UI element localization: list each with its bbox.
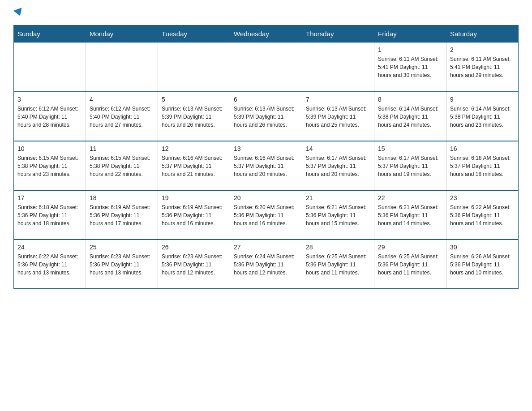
day-number: 16 — [450, 145, 515, 152]
day-number: 18 — [90, 194, 154, 201]
day-info: Sunrise: 6:13 AM Sunset: 5:39 PM Dayligh… — [234, 105, 298, 129]
calendar-header: SundayMondayTuesdayWednesdayThursdayFrid… — [14, 26, 519, 43]
day-cell: 25Sunrise: 6:23 AM Sunset: 5:36 PM Dayli… — [86, 240, 158, 289]
day-number: 15 — [378, 145, 442, 152]
day-cell — [14, 43, 86, 92]
day-number: 4 — [90, 96, 154, 103]
day-number: 19 — [162, 194, 226, 201]
day-cell: 1Sunrise: 6:11 AM Sunset: 5:41 PM Daylig… — [374, 43, 446, 92]
week-row-1: 3Sunrise: 6:12 AM Sunset: 5:40 PM Daylig… — [14, 92, 519, 141]
day-number: 12 — [162, 145, 226, 152]
day-number: 13 — [234, 145, 298, 152]
day-info: Sunrise: 6:19 AM Sunset: 5:36 PM Dayligh… — [90, 203, 154, 227]
day-cell: 18Sunrise: 6:19 AM Sunset: 5:36 PM Dayli… — [86, 190, 158, 240]
day-number: 8 — [378, 96, 442, 103]
logo-triangle-icon — [13, 8, 24, 17]
day-cell: 8Sunrise: 6:14 AM Sunset: 5:38 PM Daylig… — [374, 92, 446, 141]
day-info: Sunrise: 6:15 AM Sunset: 5:38 PM Dayligh… — [90, 154, 154, 178]
day-cell: 10Sunrise: 6:15 AM Sunset: 5:38 PM Dayli… — [14, 141, 86, 190]
day-number: 30 — [450, 244, 515, 251]
day-number: 5 — [162, 96, 226, 103]
day-info: Sunrise: 6:11 AM Sunset: 5:41 PM Dayligh… — [450, 55, 515, 79]
header-day-wednesday: Wednesday — [230, 26, 302, 43]
day-number: 29 — [378, 244, 442, 251]
day-number: 22 — [378, 194, 442, 201]
day-cell: 26Sunrise: 6:23 AM Sunset: 5:36 PM Dayli… — [158, 240, 230, 289]
day-info: Sunrise: 6:17 AM Sunset: 5:37 PM Dayligh… — [306, 154, 370, 178]
day-info: Sunrise: 6:22 AM Sunset: 5:36 PM Dayligh… — [17, 253, 82, 277]
day-number: 6 — [234, 96, 298, 103]
day-cell: 19Sunrise: 6:19 AM Sunset: 5:36 PM Dayli… — [158, 190, 230, 240]
day-cell — [302, 43, 374, 92]
week-row-0: 1Sunrise: 6:11 AM Sunset: 5:41 PM Daylig… — [14, 43, 519, 92]
day-info: Sunrise: 6:13 AM Sunset: 5:39 PM Dayligh… — [162, 105, 226, 129]
day-number: 25 — [90, 244, 154, 251]
day-info: Sunrise: 6:18 AM Sunset: 5:37 PM Dayligh… — [450, 154, 515, 178]
day-number: 10 — [17, 145, 82, 152]
day-number: 1 — [378, 46, 442, 53]
day-info: Sunrise: 6:14 AM Sunset: 5:38 PM Dayligh… — [450, 105, 515, 129]
day-number: 26 — [162, 244, 226, 251]
week-row-2: 10Sunrise: 6:15 AM Sunset: 5:38 PM Dayli… — [14, 141, 519, 190]
header-day-sunday: Sunday — [14, 26, 86, 43]
day-number: 2 — [450, 46, 515, 53]
day-info: Sunrise: 6:12 AM Sunset: 5:40 PM Dayligh… — [17, 105, 82, 129]
day-cell: 15Sunrise: 6:17 AM Sunset: 5:37 PM Dayli… — [374, 141, 446, 190]
day-info: Sunrise: 6:26 AM Sunset: 5:36 PM Dayligh… — [450, 253, 515, 277]
day-cell: 29Sunrise: 6:25 AM Sunset: 5:36 PM Dayli… — [374, 240, 446, 289]
day-number: 28 — [306, 244, 370, 251]
day-info: Sunrise: 6:25 AM Sunset: 5:36 PM Dayligh… — [306, 253, 370, 277]
day-number: 14 — [306, 145, 370, 152]
day-cell: 21Sunrise: 6:21 AM Sunset: 5:36 PM Dayli… — [302, 190, 374, 240]
day-info: Sunrise: 6:20 AM Sunset: 5:36 PM Dayligh… — [234, 203, 298, 227]
day-cell: 13Sunrise: 6:16 AM Sunset: 5:37 PM Dayli… — [230, 141, 302, 190]
day-cell: 7Sunrise: 6:13 AM Sunset: 5:39 PM Daylig… — [302, 92, 374, 141]
logo — [13, 9, 23, 18]
day-cell: 24Sunrise: 6:22 AM Sunset: 5:36 PM Dayli… — [14, 240, 86, 289]
day-number: 21 — [306, 194, 370, 201]
day-number: 9 — [450, 96, 515, 103]
day-cell: 30Sunrise: 6:26 AM Sunset: 5:36 PM Dayli… — [446, 240, 519, 289]
day-info: Sunrise: 6:22 AM Sunset: 5:36 PM Dayligh… — [450, 203, 515, 227]
day-cell: 28Sunrise: 6:25 AM Sunset: 5:36 PM Dayli… — [302, 240, 374, 289]
calendar-table: SundayMondayTuesdayWednesdayThursdayFrid… — [13, 25, 519, 289]
day-info: Sunrise: 6:13 AM Sunset: 5:39 PM Dayligh… — [306, 105, 370, 129]
day-cell: 16Sunrise: 6:18 AM Sunset: 5:37 PM Dayli… — [446, 141, 519, 190]
day-cell: 3Sunrise: 6:12 AM Sunset: 5:40 PM Daylig… — [14, 92, 86, 141]
header-day-thursday: Thursday — [302, 26, 374, 43]
day-info: Sunrise: 6:17 AM Sunset: 5:37 PM Dayligh… — [378, 154, 442, 178]
day-cell: 12Sunrise: 6:16 AM Sunset: 5:37 PM Dayli… — [158, 141, 230, 190]
header-row: SundayMondayTuesdayWednesdayThursdayFrid… — [14, 26, 519, 43]
day-info: Sunrise: 6:24 AM Sunset: 5:36 PM Dayligh… — [234, 253, 298, 277]
day-info: Sunrise: 6:19 AM Sunset: 5:36 PM Dayligh… — [162, 203, 226, 227]
day-number: 7 — [306, 96, 370, 103]
day-number: 11 — [90, 145, 154, 152]
calendar-body: 1Sunrise: 6:11 AM Sunset: 5:41 PM Daylig… — [14, 43, 519, 289]
day-cell: 17Sunrise: 6:18 AM Sunset: 5:36 PM Dayli… — [14, 190, 86, 240]
day-number: 17 — [17, 194, 82, 201]
day-cell: 22Sunrise: 6:21 AM Sunset: 5:36 PM Dayli… — [374, 190, 446, 240]
day-number: 27 — [234, 244, 298, 251]
day-cell — [230, 43, 302, 92]
day-number: 23 — [450, 194, 515, 201]
day-info: Sunrise: 6:11 AM Sunset: 5:41 PM Dayligh… — [378, 55, 442, 79]
day-cell — [158, 43, 230, 92]
day-cell: 11Sunrise: 6:15 AM Sunset: 5:38 PM Dayli… — [86, 141, 158, 190]
day-info: Sunrise: 6:12 AM Sunset: 5:40 PM Dayligh… — [90, 105, 154, 129]
day-cell: 9Sunrise: 6:14 AM Sunset: 5:38 PM Daylig… — [446, 92, 519, 141]
header-day-friday: Friday — [374, 26, 446, 43]
day-info: Sunrise: 6:16 AM Sunset: 5:37 PM Dayligh… — [234, 154, 298, 178]
day-cell: 23Sunrise: 6:22 AM Sunset: 5:36 PM Dayli… — [446, 190, 519, 240]
header-day-tuesday: Tuesday — [158, 26, 230, 43]
header-day-monday: Monday — [86, 26, 158, 43]
header-day-saturday: Saturday — [446, 26, 519, 43]
day-info: Sunrise: 6:15 AM Sunset: 5:38 PM Dayligh… — [17, 154, 82, 178]
day-info: Sunrise: 6:21 AM Sunset: 5:36 PM Dayligh… — [378, 203, 442, 227]
day-info: Sunrise: 6:18 AM Sunset: 5:36 PM Dayligh… — [17, 203, 82, 227]
day-cell — [86, 43, 158, 92]
day-info: Sunrise: 6:25 AM Sunset: 5:36 PM Dayligh… — [378, 253, 442, 277]
day-info: Sunrise: 6:14 AM Sunset: 5:38 PM Dayligh… — [378, 105, 442, 129]
day-info: Sunrise: 6:16 AM Sunset: 5:37 PM Dayligh… — [162, 154, 226, 178]
day-cell: 14Sunrise: 6:17 AM Sunset: 5:37 PM Dayli… — [302, 141, 374, 190]
day-cell: 5Sunrise: 6:13 AM Sunset: 5:39 PM Daylig… — [158, 92, 230, 141]
